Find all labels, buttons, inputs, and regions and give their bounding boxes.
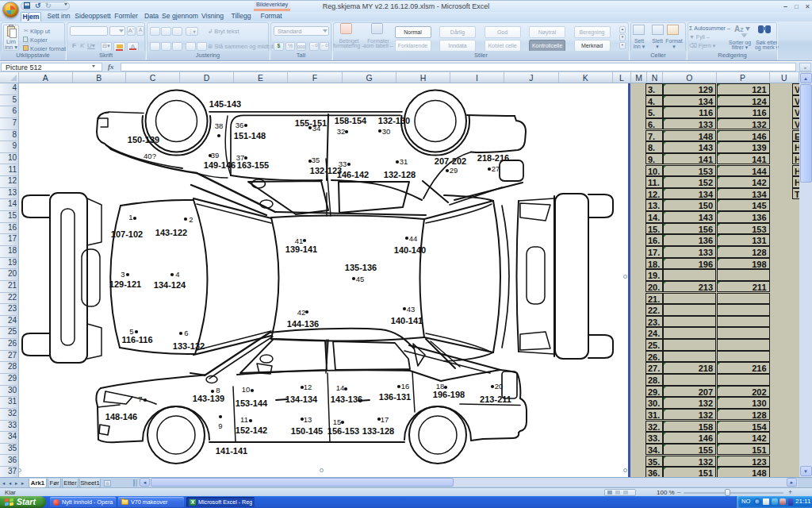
svg-text:132-130: 132-130 (378, 116, 410, 125)
svg-text:143-122: 143-122 (155, 228, 187, 237)
svg-text:42: 42 (297, 308, 306, 317)
svg-text:207-202: 207-202 (435, 156, 466, 166)
svg-text:213-211: 213-211 (480, 394, 511, 404)
svg-text:144-136: 144-136 (287, 319, 319, 329)
svg-text:9: 9 (218, 421, 222, 430)
svg-text:145-143: 145-143 (209, 99, 241, 109)
svg-text:1: 1 (128, 213, 132, 221)
svg-text:129-121: 129-121 (109, 279, 141, 289)
svg-text:133-128: 133-128 (362, 426, 394, 436)
svg-text:150-139: 150-139 (128, 135, 159, 144)
svg-text:132-128: 132-128 (384, 170, 416, 179)
svg-text:45: 45 (356, 275, 365, 283)
svg-text:13: 13 (304, 415, 312, 424)
svg-text:40?: 40? (144, 152, 156, 160)
svg-text:29: 29 (450, 166, 458, 175)
svg-text:16: 16 (401, 382, 410, 391)
svg-text:141-141: 141-141 (216, 446, 247, 456)
svg-text:148-146: 148-146 (105, 412, 137, 421)
svg-text:150-145: 150-145 (291, 426, 323, 436)
svg-text:12: 12 (304, 383, 312, 391)
svg-text:149-146: 149-146 (204, 160, 236, 170)
svg-text:151-148: 151-148 (234, 131, 266, 140)
svg-text:140-140: 140-140 (394, 245, 426, 255)
svg-text:143-139: 143-139 (193, 394, 224, 403)
svg-text:143-136: 143-136 (331, 394, 362, 404)
svg-text:35: 35 (312, 156, 320, 164)
svg-text:156-153: 156-153 (327, 426, 359, 436)
svg-text:153-144: 153-144 (236, 398, 268, 408)
svg-text:14: 14 (336, 383, 345, 392)
svg-text:218-216: 218-216 (477, 153, 509, 163)
svg-text:39: 39 (211, 151, 220, 160)
svg-text:152-142: 152-142 (236, 425, 267, 435)
svg-text:140-141: 140-141 (391, 316, 423, 325)
svg-text:11: 11 (240, 415, 248, 424)
svg-text:134-124: 134-124 (154, 280, 186, 290)
svg-text:10: 10 (242, 385, 251, 394)
svg-text:135-136: 135-136 (345, 263, 377, 272)
svg-text:15: 15 (333, 418, 342, 426)
svg-text:44: 44 (409, 234, 418, 243)
svg-text:136-131: 136-131 (379, 392, 411, 402)
svg-text:27: 27 (492, 164, 500, 173)
svg-text:30: 30 (382, 127, 391, 136)
svg-text:7: 7 (138, 394, 142, 403)
svg-text:107-102: 107-102 (111, 229, 143, 239)
svg-text:38: 38 (215, 121, 224, 130)
svg-text:134-134: 134-134 (285, 394, 318, 404)
svg-text:133-132: 133-132 (173, 341, 205, 351)
svg-text:17: 17 (381, 415, 389, 424)
svg-text:20: 20 (495, 382, 504, 391)
svg-text:146-142: 146-142 (337, 170, 369, 179)
svg-text:196-198: 196-198 (433, 390, 465, 399)
svg-text:33: 33 (339, 160, 347, 168)
svg-text:3: 3 (121, 270, 124, 279)
svg-text:4: 4 (175, 270, 179, 279)
svg-text:2: 2 (189, 215, 193, 224)
svg-text:163-155: 163-155 (237, 160, 269, 170)
svg-text:36: 36 (236, 121, 244, 129)
svg-text:32: 32 (337, 127, 346, 136)
svg-text:34: 34 (312, 124, 321, 133)
svg-text:6: 6 (184, 329, 188, 337)
svg-text:31: 31 (400, 157, 408, 166)
svg-text:158-154: 158-154 (335, 116, 367, 125)
svg-text:43: 43 (407, 305, 416, 314)
svg-text:116-116: 116-116 (121, 335, 152, 344)
svg-text:139-141: 139-141 (285, 244, 317, 254)
